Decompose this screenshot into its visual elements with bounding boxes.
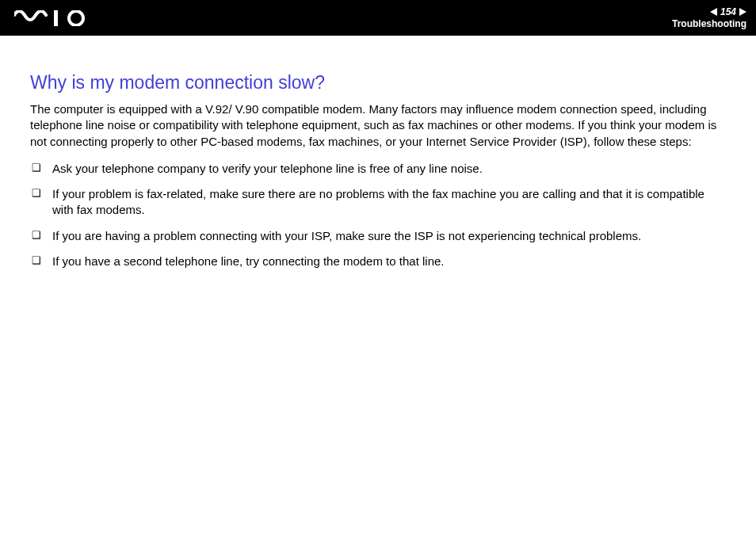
page-navigator: 154 [710,6,746,17]
header-right: 154 Troubleshooting [672,6,746,29]
page-number: 154 [720,6,736,17]
list-item: If your problem is fax-related, make sur… [52,186,726,219]
intro-paragraph: The computer is equipped with a V.92/ V.… [30,101,726,150]
page-heading: Why is my modem connection slow? [30,72,726,93]
steps-list: Ask your telephone company to verify you… [30,161,726,269]
vaio-logo-svg [14,10,90,26]
header-bar: 154 Troubleshooting [0,0,756,36]
svg-point-1 [69,11,83,25]
list-item: If you are having a problem connecting w… [52,228,726,244]
list-item: If you have a second telephone line, try… [52,254,726,269]
vaio-logo [14,0,90,36]
section-label: Troubleshooting [672,18,746,29]
prev-page-icon[interactable] [710,8,717,16]
list-item: Ask your telephone company to verify you… [52,161,726,177]
svg-rect-0 [54,10,58,26]
page-content: Why is my modem connection slow? The com… [0,36,756,269]
next-page-icon[interactable] [739,8,746,16]
